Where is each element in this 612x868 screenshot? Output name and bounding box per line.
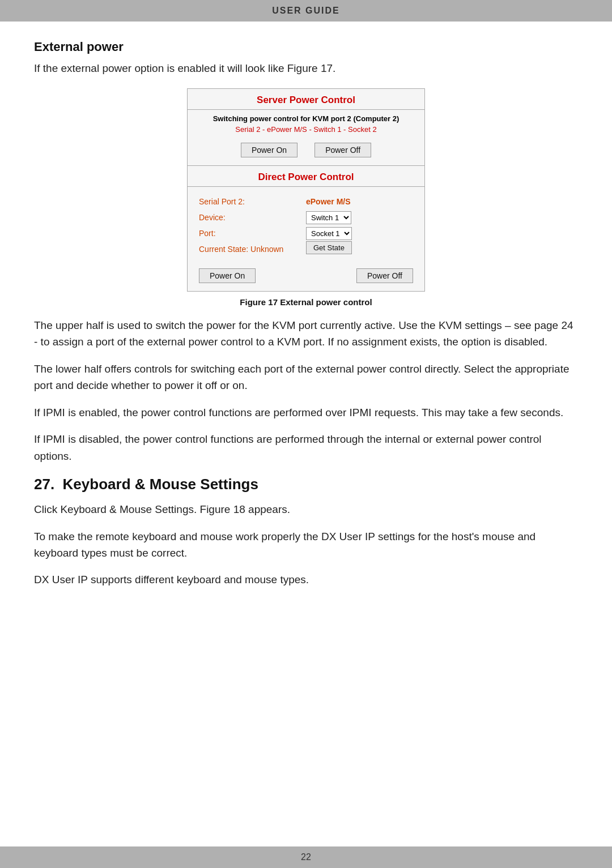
device-select[interactable]: Switch 1 Switch 2 — [306, 211, 351, 224]
figure-17-caption: Figure 17 External power control — [240, 297, 372, 307]
port-select-row: Socket 1 Socket 2 — [306, 225, 413, 241]
device-label: Device: — [199, 209, 306, 225]
server-power-control-title: Server Power Control — [188, 89, 424, 110]
serial-port-label: Serial Port 2: — [199, 194, 306, 209]
keyboard-mouse-para2: To make the remote keyboard and mouse wo… — [34, 528, 578, 562]
server-power-off-button[interactable]: Power Off — [314, 143, 371, 157]
current-state-label: Current State: Unknown — [199, 241, 306, 257]
page-header: USER GUIDE — [0, 0, 612, 22]
direct-power-on-button[interactable]: Power On — [199, 268, 256, 283]
external-power-heading: External power — [34, 40, 578, 54]
page-footer: 22 — [0, 846, 612, 868]
keyboard-mouse-para3: DX User IP supports different keyboard a… — [34, 571, 578, 588]
main-content: External power If the external power opt… — [0, 22, 612, 846]
server-power-btn-row: Power On Power Off — [188, 138, 424, 166]
direct-power-off-button[interactable]: Power Off — [356, 268, 413, 283]
external-power-para3: If IPMI is enabled, the power control fu… — [34, 404, 578, 421]
figure-17-container: Server Power Control Switching power con… — [34, 88, 578, 307]
external-power-para1: The upper half is used to switch the pow… — [34, 317, 578, 350]
page-number: 22 — [301, 852, 311, 862]
direct-power-control-title: Direct Power Control — [188, 166, 424, 187]
get-state-btn-cell: Get State — [306, 241, 413, 257]
switching-subtitle: Switching power control for KVM port 2 (… — [188, 110, 424, 124]
keyboard-mouse-para1: Click Keyboard & Mouse Settings. Figure … — [34, 501, 578, 518]
external-power-intro: If the external power option is enabled … — [34, 62, 578, 75]
port-select[interactable]: Socket 1 Socket 2 — [306, 227, 352, 240]
serial-port-value: ePower M/S — [306, 194, 413, 209]
switching-text: Switching power control for KVM port — [213, 114, 345, 123]
get-state-button[interactable]: Get State — [306, 241, 352, 254]
keyboard-mouse-heading: 27. Keyboard & Mouse Settings — [34, 476, 578, 493]
port-label: Port: — [199, 225, 306, 241]
computer-text: (Computer 2) — [353, 114, 399, 123]
keyboard-mouse-section: 27. Keyboard & Mouse Settings Click Keyb… — [34, 476, 578, 588]
device-select-row: Switch 1 Switch 2 — [306, 209, 413, 225]
port-number: 2 — [347, 114, 351, 123]
server-power-on-button[interactable]: Power On — [241, 143, 298, 157]
serial-line: Serial 2 - ePower M/S - Switch 1 - Socke… — [188, 124, 424, 138]
external-power-para2: The lower half offers controls for switc… — [34, 361, 578, 394]
power-control-box: Server Power Control Switching power con… — [187, 88, 425, 292]
header-label: USER GUIDE — [272, 6, 340, 15]
direct-power-grid: Serial Port 2: ePower M/S Device: Switch… — [188, 187, 424, 265]
external-power-section: External power If the external power opt… — [34, 40, 578, 464]
external-power-para4: If IPMI is disabled, the power control f… — [34, 431, 578, 464]
direct-power-btn-row: Power On Power Off — [188, 265, 424, 291]
